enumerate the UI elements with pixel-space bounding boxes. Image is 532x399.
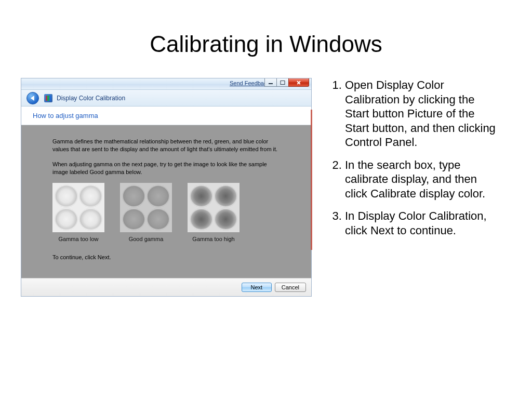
window-controls	[265, 78, 309, 87]
slide-title: Calibrating in Windows	[21, 31, 511, 57]
presentation-slide: Calibrating in Windows Send Feedback Dis…	[0, 0, 532, 399]
display-calibration-icon	[44, 94, 52, 102]
app-title: Display Color Calibration	[57, 95, 125, 102]
gamma-sample-high: Gamma too high	[188, 183, 240, 243]
gamma-definition-text: Gamma defines the mathematical relations…	[52, 138, 280, 153]
instruction-step-3: In Display Color Calibration, click Next…	[345, 209, 501, 237]
instruction-list: Open Display Color Calibration by clicki…	[327, 78, 511, 246]
gamma-swatch-good	[120, 183, 172, 232]
heading-strip: How to adjust gamma	[21, 107, 311, 125]
gamma-samples-row: Gamma too low Good gamma Gamma too high	[52, 183, 280, 243]
nav-bar: Display Color Calibration	[21, 90, 311, 107]
cancel-button[interactable]: Cancel	[275, 283, 306, 292]
gamma-swatch-high	[188, 183, 240, 232]
red-edge-decoration	[311, 110, 312, 250]
maximize-button[interactable]	[276, 78, 289, 87]
gamma-sample-good: Good gamma	[120, 183, 172, 243]
minimize-button[interactable]	[264, 78, 277, 87]
gamma-label-high: Gamma too high	[188, 235, 240, 243]
back-button[interactable]	[26, 92, 39, 104]
window-titlebar: Send Feedback	[21, 78, 311, 90]
gamma-swatch-low	[52, 183, 104, 232]
close-button[interactable]	[288, 78, 309, 87]
wizard-body: Gamma defines the mathematical relations…	[21, 125, 311, 278]
instruction-step-1: Open Display Color Calibration by clicki…	[345, 78, 501, 150]
page-heading: How to adjust gamma	[33, 112, 300, 119]
instruction-step-2: In the search box, type calibrate displa…	[345, 158, 501, 201]
gamma-label-good: Good gamma	[120, 235, 172, 243]
slide-content-row: Send Feedback Display Color Calibration …	[21, 78, 511, 297]
gamma-label-low: Gamma too low	[52, 235, 104, 243]
wizard-footer: Next Cancel	[21, 278, 311, 296]
gamma-sample-low: Gamma too low	[52, 183, 104, 243]
send-feedback-link[interactable]: Send Feedback	[230, 80, 270, 86]
continue-text: To continue, click Next.	[52, 254, 280, 261]
gamma-instruction-text: When adjusting gamma on the next page, t…	[52, 161, 280, 176]
next-button[interactable]: Next	[242, 283, 272, 292]
calibration-window: Send Feedback Display Color Calibration …	[21, 78, 312, 297]
